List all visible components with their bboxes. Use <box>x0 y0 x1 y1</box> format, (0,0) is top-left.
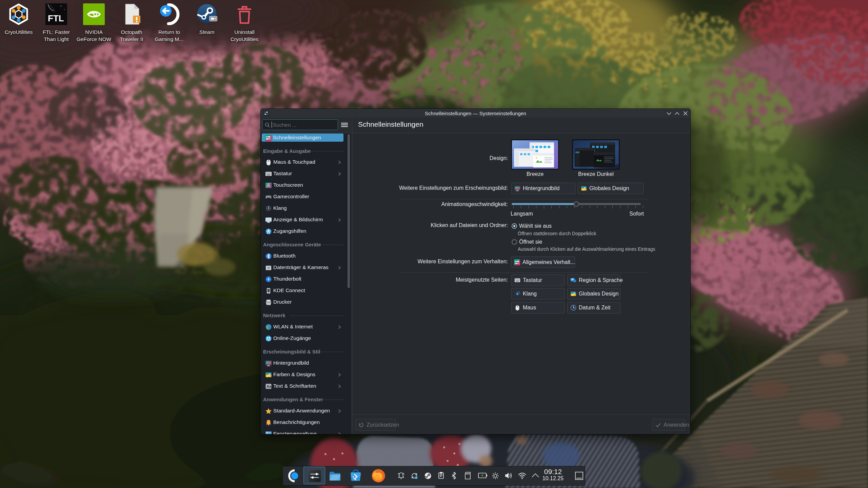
svg-text:Aa: Aa <box>267 384 272 388</box>
svg-text:FTL: FTL <box>48 13 64 23</box>
